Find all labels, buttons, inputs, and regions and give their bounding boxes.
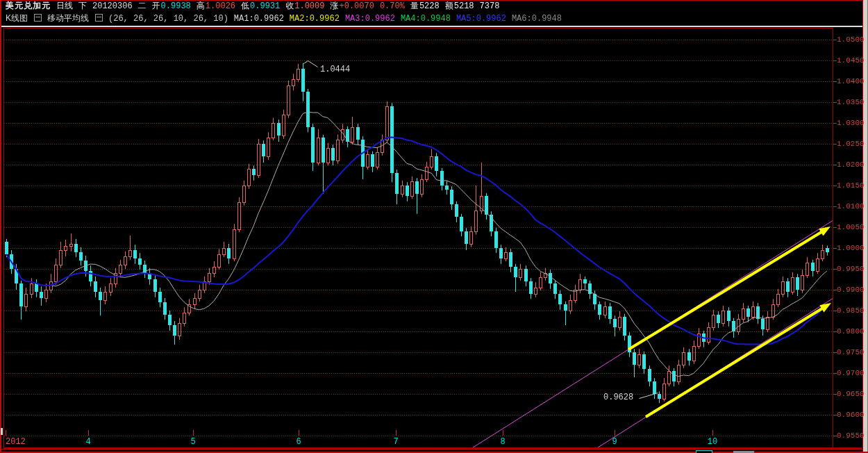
quote-bar-segment: 高 <box>197 1 205 10</box>
quote-bar-segment: 开 <box>152 1 160 10</box>
price-axis-label: 1.0300 <box>837 119 862 127</box>
indicator-bar-segment: MA1:0.9962 <box>234 13 284 24</box>
time-axis-label-4: 4 <box>85 437 90 447</box>
price-axis-label: 1.0000 <box>837 244 862 252</box>
indicator-bar-segment: MA4:0.9948 <box>401 13 451 24</box>
price-axis-label: 0.9650 <box>837 390 862 398</box>
indicator-bar-segment: MA3:0.9962 <box>345 13 395 24</box>
quote-bar-segment: 低 <box>241 1 249 10</box>
indicator-bar-segment: MA6:0.9948 <box>512 13 562 24</box>
price-axis-label: 1.0350 <box>837 98 862 106</box>
price-axis-label: 0.9700 <box>837 369 862 377</box>
price-axis-label: 1.0200 <box>837 160 862 169</box>
price-axis-label: 0.9900 <box>837 286 862 294</box>
price-axis-label: 0.9750 <box>837 348 862 356</box>
price-axis-label: 0.9950 <box>837 265 862 273</box>
next-pane-icon-fragment <box>696 450 712 453</box>
quote-bar-segment: 日线 <box>56 1 73 10</box>
quote-bar-segment: +0.0070 <box>339 1 374 11</box>
price-axis-label: 1.0400 <box>837 77 862 85</box>
quote-bar-segment: 下 <box>78 1 87 10</box>
quote-bar-segment: 量 <box>410 1 419 10</box>
quote-bar-segment: 1.0009 <box>294 1 324 11</box>
annotation-high-value: 1.0444 <box>320 65 350 74</box>
quote-bar-segment: 7378 <box>480 1 500 11</box>
panel-separator <box>0 26 862 27</box>
price-axis-label: 0.9800 <box>837 327 862 336</box>
annotation-low-value: 0.9628 <box>603 393 633 402</box>
quote-bar-segment: 0.9931 <box>250 1 280 11</box>
indicator-bar-segment: 移动平均线 <box>47 13 89 24</box>
time-axis-label-8: 8 <box>500 437 505 447</box>
price-axis-label: 0.9550 <box>837 431 862 440</box>
quote-bar-segment: 20120306 <box>92 1 133 11</box>
price-axis-label: 1.0100 <box>837 202 862 211</box>
time-axis-label-5: 5 <box>190 437 195 447</box>
time-axis-label-2012: 2012 <box>6 437 26 447</box>
time-axis-label-7: 7 <box>393 437 398 447</box>
chart-window: 美元兑加元日线下20120306二开0.9938高1.0026低0.9931收1… <box>0 0 868 453</box>
quote-bar-segment: 5218 <box>454 1 474 11</box>
bottom-left-edge-sliver <box>1 428 3 435</box>
price-axis-label: 1.0050 <box>837 223 862 231</box>
window-border-left <box>0 0 1 453</box>
time-axis-label-9: 9 <box>612 437 617 447</box>
indicator-bar-segment: (26, 26, 26, 10, 26, 10) <box>108 13 228 24</box>
price-axis-label: 1.0450 <box>837 56 862 65</box>
price-axis-label: 1.0150 <box>837 181 862 190</box>
quote-bar-segment: 0.70% <box>380 1 405 11</box>
quote-bar-segment: 涨 <box>330 1 338 10</box>
indicator-bar-segment: K线图 <box>6 13 28 24</box>
collapse-box-icon[interactable] <box>95 14 103 22</box>
price-axis-label: 0.9600 <box>837 411 862 419</box>
time-axis-label-6: 6 <box>296 437 301 447</box>
quote-bar-segment: 二 <box>138 1 147 10</box>
quote-bar-segment: 额 <box>445 1 453 10</box>
candlestick-chart-canvas[interactable] <box>0 0 868 453</box>
plot-bottom-border <box>1 449 862 450</box>
time-axis-label-10: 10 <box>708 437 717 447</box>
collapse-box-icon[interactable] <box>34 14 42 22</box>
price-axis-label: 0.9850 <box>837 306 862 315</box>
quote-bar-segment: 0.9938 <box>161 1 191 11</box>
quote-bar-segment: 1.0026 <box>206 1 235 11</box>
price-axis-label: 1.0500 <box>837 35 862 44</box>
quote-bar: 美元兑加元日线下20120306二开0.9938高1.0026低0.9931收1… <box>6 1 505 10</box>
indicator-bar: K线图移动平均线(26, 26, 26, 10, 26, 10)MA1:0.99… <box>6 13 567 24</box>
price-axis-label: 1.0250 <box>837 140 862 148</box>
quote-bar-segment: 收 <box>285 1 294 10</box>
quote-bar-segment: 5228 <box>419 1 440 11</box>
indicator-bar-segment: MA2:0.9962 <box>290 13 340 24</box>
quote-bar-segment: 美元兑加元 <box>6 1 51 10</box>
indicator-bar-segment: MA5:0.9962 <box>456 13 506 24</box>
